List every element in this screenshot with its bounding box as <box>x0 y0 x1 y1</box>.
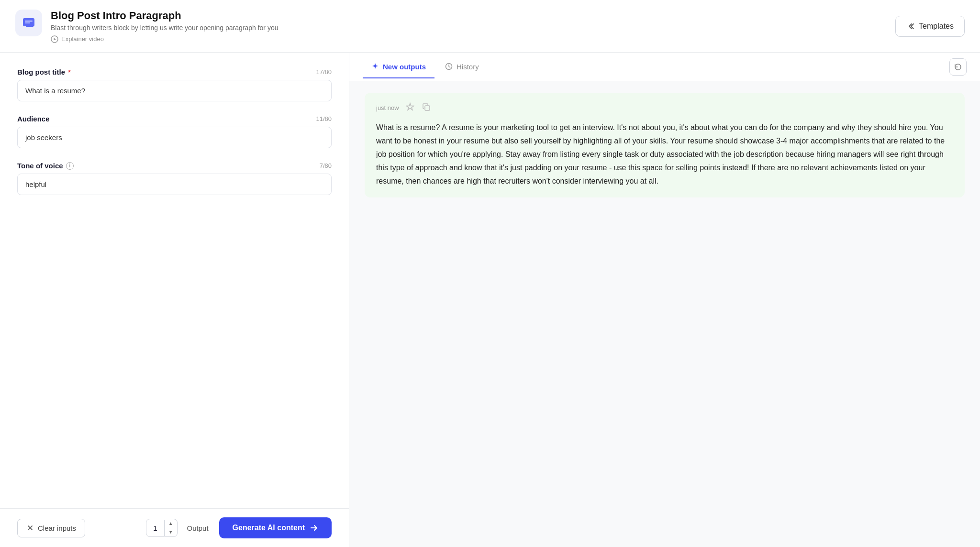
refresh-icon <box>954 63 962 71</box>
message-icon <box>22 16 35 30</box>
refresh-button[interactable] <box>949 58 967 76</box>
play-circle-icon <box>51 35 58 43</box>
field-label-row-tone: Tone of voice i 7/80 <box>17 162 332 170</box>
required-star-title: * <box>68 68 71 76</box>
stepper-value: 1 <box>146 520 164 536</box>
header-left: Blog Post Intro Paragraph Blast through … <box>15 10 278 43</box>
bottom-toolbar: Clear inputs 1 ▲ ▼ Output Generate AI co… <box>0 508 349 547</box>
explainer-video-link[interactable]: Explainer video <box>51 35 278 43</box>
tone-of-voice-input[interactable] <box>17 174 332 195</box>
page-subtitle: Blast through writers block by letting u… <box>51 24 278 32</box>
blog-post-title-label: Blog post title * <box>17 68 71 76</box>
field-group-title: Blog post title * 17/80 <box>17 68 332 101</box>
star-icon <box>406 102 414 111</box>
stepper-up-button[interactable]: ▲ <box>165 519 177 528</box>
x-icon <box>26 524 34 532</box>
chevron-left-icon <box>906 22 915 31</box>
main-layout: Blog post title * 17/80 Audience 11/80 T… <box>0 53 980 547</box>
blog-post-title-input[interactable] <box>17 80 332 101</box>
tabs-list: New outputs History <box>363 56 488 78</box>
clear-inputs-button[interactable]: Clear inputs <box>17 519 85 537</box>
tone-info-icon: i <box>66 162 74 170</box>
tone-of-voice-label: Tone of voice i <box>17 162 74 170</box>
app-icon <box>15 10 42 36</box>
copy-button[interactable] <box>421 103 432 113</box>
output-stepper[interactable]: 1 ▲ ▼ <box>146 519 177 537</box>
header-text: Blog Post Intro Paragraph Blast through … <box>51 10 278 43</box>
templates-button[interactable]: Templates <box>895 16 965 37</box>
copy-icon <box>422 103 431 111</box>
output-card: just now What is a resume? A resume is y… <box>365 93 965 197</box>
field-label-row-audience: Audience 11/80 <box>17 115 332 123</box>
audience-label: Audience <box>17 115 50 123</box>
page-title: Blog Post Intro Paragraph <box>51 10 278 22</box>
left-panel: Blog post title * 17/80 Audience 11/80 T… <box>0 53 349 547</box>
right-panel: New outputs History <box>349 53 980 547</box>
generate-ai-content-button[interactable]: Generate AI content <box>219 517 332 538</box>
tone-counter: 7/80 <box>320 162 332 169</box>
svg-rect-6 <box>425 106 430 110</box>
field-group-audience: Audience 11/80 <box>17 115 332 148</box>
sparkle-icon <box>371 63 379 70</box>
blog-post-title-counter: 17/80 <box>316 68 332 76</box>
field-group-tone: Tone of voice i 7/80 <box>17 162 332 195</box>
output-card-meta: just now <box>376 102 953 113</box>
star-button[interactable] <box>405 102 415 113</box>
output-text: What is a resume? A resume is your marke… <box>376 121 953 188</box>
tabs-bar: New outputs History <box>349 53 980 81</box>
output-label: Output <box>187 524 209 532</box>
output-content: just now What is a resume? A resume is y… <box>349 81 980 547</box>
tab-history[interactable]: History <box>436 56 488 78</box>
output-timestamp: just now <box>376 104 399 111</box>
audience-input[interactable] <box>17 127 332 148</box>
svg-marker-4 <box>54 38 56 40</box>
tab-new-outputs[interactable]: New outputs <box>363 56 434 78</box>
field-label-row-title: Blog post title * 17/80 <box>17 68 332 76</box>
arrow-right-icon <box>310 524 318 532</box>
svg-rect-1 <box>25 21 33 22</box>
audience-counter: 11/80 <box>316 115 332 122</box>
stepper-arrows: ▲ ▼ <box>165 519 177 536</box>
stepper-down-button[interactable]: ▼ <box>165 528 177 536</box>
svg-rect-2 <box>25 22 30 23</box>
page-header: Blog Post Intro Paragraph Blast through … <box>0 0 980 53</box>
clock-icon <box>445 63 453 70</box>
